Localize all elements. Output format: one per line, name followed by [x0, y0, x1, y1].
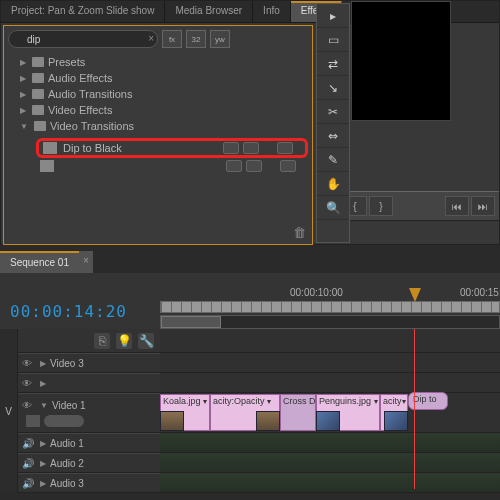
lane-v2[interactable] — [160, 373, 500, 393]
lane-v1[interactable]: Koala.jpg ▾ acity:Opacity ▾ Cross D Peng… — [160, 393, 500, 433]
tree-presets[interactable]: Presets — [8, 54, 308, 70]
effect-label: Dip to Black — [63, 142, 122, 154]
folder-icon — [32, 57, 44, 67]
lane-controls — [160, 329, 500, 353]
eye-icon[interactable]: 👁 — [22, 400, 36, 411]
zoom-tool[interactable]: 🔍 — [317, 196, 349, 220]
speaker-icon[interactable]: 🔊 — [22, 438, 36, 449]
chevron-down-icon[interactable]: ▼ — [40, 401, 48, 410]
track-select-tool[interactable]: ▭ — [317, 28, 349, 52]
lane-v3[interactable] — [160, 353, 500, 373]
program-monitor — [351, 1, 451, 121]
effect-icon — [43, 142, 57, 154]
tree-audio-transitions[interactable]: Audio Transitions — [8, 86, 308, 102]
track-header-a1[interactable]: 🔊▶Audio 1 — [18, 433, 160, 453]
effect-icon — [40, 160, 54, 172]
tree-label: Video Transitions — [50, 120, 134, 132]
lane-a1[interactable] — [160, 433, 500, 453]
slip-tool[interactable]: ⇔ — [317, 124, 349, 148]
video-tracks-label: V — [0, 329, 18, 493]
settings-icon[interactable]: 🔧 — [138, 333, 154, 349]
track-label: Video 1 — [52, 400, 86, 411]
badge-icon — [243, 142, 259, 154]
tab-info[interactable]: Info — [253, 1, 291, 22]
ruler-time: 00:00:10:00 — [290, 287, 343, 298]
folder-icon — [32, 105, 44, 115]
tree-label: Audio Effects — [48, 72, 113, 84]
lane-a3[interactable] — [160, 473, 500, 493]
chevron-right-icon[interactable]: ▶ — [40, 479, 46, 488]
tools-panel: ▸ ▭ ⇄ ↘ ✂ ⇔ ✎ ✋ 🔍 — [316, 3, 350, 243]
chevron-right-icon[interactable]: ▶ — [40, 379, 46, 388]
hand-tool[interactable]: ✋ — [317, 172, 349, 196]
next-button[interactable]: ⏭ — [471, 196, 495, 216]
playhead-line[interactable] — [414, 329, 415, 489]
prev-button[interactable]: ⏮ — [445, 196, 469, 216]
speaker-icon[interactable]: 🔊 — [22, 478, 36, 489]
track-label: Audio 3 — [50, 478, 84, 489]
sequence-tab[interactable]: Sequence 01 — [0, 251, 79, 273]
badge-icon — [277, 142, 293, 154]
32bit-badge-button[interactable]: 32 — [186, 30, 206, 48]
chevron-right-icon[interactable]: ▶ — [40, 439, 46, 448]
chevron-right-icon[interactable]: ▶ — [40, 459, 46, 468]
track-header-a2[interactable]: 🔊▶Audio 2 — [18, 453, 160, 473]
badge-icon — [226, 160, 242, 172]
monitor-controls: { } ⏮ ⏭ — [339, 191, 499, 221]
timecode-display[interactable]: 00:00:14:20 — [10, 302, 127, 321]
tree-video-effects[interactable]: Video Effects — [8, 102, 308, 118]
rate-stretch-tool[interactable]: ↘ — [317, 76, 349, 100]
snap-button[interactable]: ⎘ — [94, 333, 110, 349]
mark-out-button[interactable]: } — [369, 196, 393, 216]
tree-video-transitions[interactable]: Video Transitions — [8, 118, 308, 134]
effects-search-input[interactable] — [8, 30, 158, 48]
effects-panel: 🔍 × fx 32 yw Presets Audio Effects Audio… — [3, 25, 313, 245]
time-ruler-labels: 00:00:10:00 00:00:15:0 — [160, 287, 500, 301]
speaker-icon[interactable]: 🔊 — [22, 458, 36, 469]
badge-icon — [223, 142, 239, 154]
pen-tool[interactable]: ✎ — [317, 148, 349, 172]
clip-thumbnail — [384, 411, 408, 431]
clear-search-icon[interactable]: × — [148, 33, 154, 44]
zoom-handle[interactable] — [161, 316, 221, 328]
lane-a2[interactable] — [160, 453, 500, 473]
tree-label: Audio Transitions — [48, 88, 132, 100]
selection-tool[interactable]: ▸ — [317, 4, 349, 28]
track-label: Audio 2 — [50, 458, 84, 469]
badge-icon — [246, 160, 262, 172]
razor-tool[interactable]: ✂ — [317, 100, 349, 124]
track-header-a3[interactable]: 🔊▶Audio 3 — [18, 473, 160, 493]
yuv-badge-button[interactable]: yw — [210, 30, 230, 48]
zoom-scrollbar[interactable] — [160, 315, 500, 329]
tree-label: Video Effects — [48, 104, 112, 116]
badge-icon — [280, 160, 296, 172]
ruler-time: 00:00:15:0 — [460, 287, 500, 298]
time-ruler[interactable] — [160, 301, 500, 313]
effect-dip-to-black[interactable]: Dip to Black — [36, 138, 308, 158]
sequence-panel: Sequence 01 × 00:00:14:20 00:00:10:00 00… — [0, 251, 500, 493]
folder-icon — [32, 73, 44, 83]
track-header-v1[interactable]: 👁▼Video 1 — [18, 393, 160, 433]
effect-dip-other[interactable] — [36, 158, 308, 174]
bulb-icon[interactable]: 💡 — [116, 333, 132, 349]
tab-media-browser[interactable]: Media Browser — [165, 1, 253, 22]
new-bin-icon[interactable]: 🗑 — [293, 225, 306, 240]
clip-cross-dissolve[interactable]: Cross D — [280, 394, 316, 431]
eye-icon[interactable]: 👁 — [22, 358, 36, 369]
ripple-tool[interactable]: ⇄ — [317, 52, 349, 76]
fx-badge-button[interactable]: fx — [162, 30, 182, 48]
clip-thumbnail — [160, 411, 184, 431]
track-keyframe-icon[interactable] — [44, 415, 84, 427]
track-label: Audio 1 — [50, 438, 84, 449]
clip-thumbnail — [316, 411, 340, 431]
tab-project[interactable]: Project: Pan & Zoom Slide show — [1, 1, 165, 22]
close-sequence-icon[interactable]: × — [79, 251, 93, 273]
track-header-v3[interactable]: 👁▶Video 3 — [18, 353, 160, 373]
tree-audio-effects[interactable]: Audio Effects — [8, 70, 308, 86]
track-header-v2[interactable]: 👁▶ — [18, 373, 160, 393]
track-toggle-icon[interactable] — [26, 415, 40, 427]
chevron-right-icon[interactable]: ▶ — [40, 359, 46, 368]
folder-icon — [34, 121, 46, 131]
tree-label: Presets — [48, 56, 85, 68]
eye-icon[interactable]: 👁 — [22, 378, 36, 389]
